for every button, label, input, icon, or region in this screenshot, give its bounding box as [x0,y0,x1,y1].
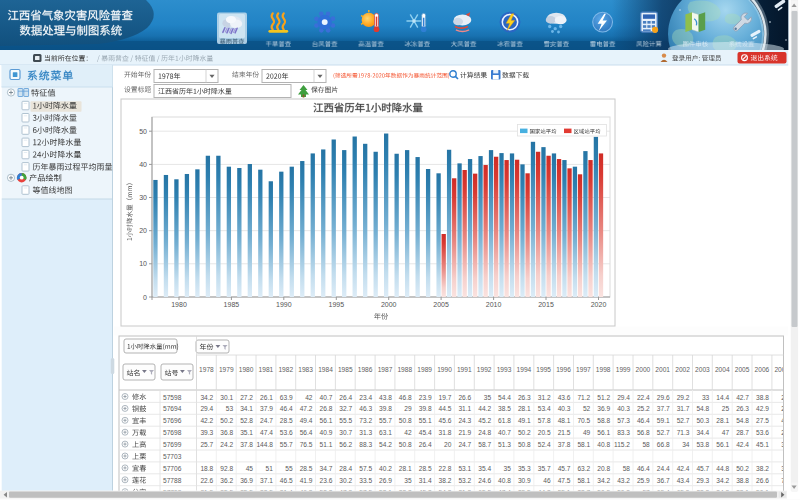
svg-text:28.5: 28.5 [300,465,313,472]
svg-text:36.9: 36.9 [240,477,253,484]
svg-text:63.1: 63.1 [379,429,392,436]
svg-text:24.7: 24.7 [458,441,471,448]
svg-text:45.4: 45.4 [419,429,432,436]
svg-text:30: 30 [139,194,147,201]
svg-text:39.3: 39.3 [200,429,213,436]
svg-text:46.4: 46.4 [637,465,650,472]
svg-text:54.4: 54.4 [498,394,511,401]
svg-text:50.2: 50.2 [220,417,233,424]
svg-text:35.1: 35.1 [240,429,253,436]
svg-text:24.2: 24.2 [220,441,233,448]
svg-text:50.3: 50.3 [696,417,709,424]
svg-text:88.3: 88.3 [359,441,372,448]
svg-text:58.8: 58.8 [597,417,610,424]
svg-text:57698: 57698 [163,429,182,436]
svg-text:58.1: 58.1 [577,441,590,448]
svg-text:73.2: 73.2 [359,417,372,424]
svg-text:2000: 2000 [381,301,397,308]
svg-text:50: 50 [139,128,147,135]
svg-text:18.8: 18.8 [200,465,213,472]
svg-text:56.1: 56.1 [320,417,333,424]
svg-text:92.8: 92.8 [220,465,233,472]
svg-text:24.4: 24.4 [657,465,670,472]
svg-text:45.7: 45.7 [558,465,571,472]
svg-text:50.8: 50.8 [518,441,531,448]
svg-text:1982: 1982 [278,366,293,373]
svg-text:29.2: 29.2 [677,394,690,401]
svg-text:47.4: 47.4 [260,429,273,436]
svg-text:24.6: 24.6 [478,477,491,484]
svg-text:1978: 1978 [199,366,214,373]
svg-text:46.4: 46.4 [637,417,650,424]
svg-text:57788: 57788 [163,477,182,484]
svg-text:57696: 57696 [163,417,182,424]
svg-text:31.7: 31.7 [677,405,690,412]
svg-text:37.8: 37.8 [558,441,571,448]
svg-text:56.8: 56.8 [637,429,650,436]
svg-text:36.9: 36.9 [597,405,610,412]
svg-text:76.5: 76.5 [300,441,313,448]
svg-text:43.2: 43.2 [617,477,630,484]
svg-text:57706: 57706 [163,465,182,472]
svg-text:1979: 1979 [219,366,234,373]
svg-text:45: 45 [246,465,254,472]
svg-text:34.7: 34.7 [320,465,333,472]
svg-text:56.1: 56.1 [597,429,610,436]
svg-text:52.4: 52.4 [538,441,551,448]
svg-text:54.2: 54.2 [379,441,392,448]
svg-text:50.8: 50.8 [399,441,412,448]
svg-text:30.2: 30.2 [339,477,352,484]
svg-text:47.2: 47.2 [300,405,313,412]
svg-text:29.6: 29.6 [657,394,670,401]
svg-text:1980: 1980 [171,301,187,308]
svg-text:1998: 1998 [596,366,611,373]
svg-text:28.5: 28.5 [419,465,432,472]
svg-text:1993: 1993 [497,366,512,373]
svg-text:1985: 1985 [224,301,240,308]
svg-text:35: 35 [404,477,412,484]
svg-text:40.9: 40.9 [320,429,333,436]
svg-text:1996: 1996 [556,366,571,373]
svg-text:40.7: 40.7 [498,429,511,436]
svg-text:33: 33 [702,394,710,401]
svg-text:38.8: 38.8 [756,394,769,401]
svg-text:28.1: 28.1 [716,417,729,424]
svg-text:1994: 1994 [517,366,532,373]
svg-text:44.8: 44.8 [716,465,729,472]
svg-text:35.3: 35.3 [518,465,531,472]
svg-text:37.7: 37.7 [657,405,670,412]
svg-text:50.2: 50.2 [518,429,531,436]
svg-text:42: 42 [404,429,412,436]
svg-text:44.2: 44.2 [478,405,491,412]
svg-text:27.5: 27.5 [756,417,769,424]
svg-text:24.8: 24.8 [478,429,491,436]
svg-text:34: 34 [682,441,690,448]
svg-text:35.7: 35.7 [538,465,551,472]
svg-text:115.2: 115.2 [614,441,630,448]
svg-text:14.4: 14.4 [716,394,729,401]
svg-text:53.4: 53.4 [538,405,551,412]
svg-text:36.2: 36.2 [220,477,233,484]
svg-text:55.7: 55.7 [379,417,392,424]
svg-text:38.5: 38.5 [498,405,511,412]
svg-text:20.5: 20.5 [538,429,551,436]
svg-text:46.8: 46.8 [399,394,412,401]
svg-text:1983: 1983 [298,366,313,373]
svg-text:24.7: 24.7 [260,417,273,424]
svg-text:59.1: 59.1 [657,417,670,424]
svg-text:54.8: 54.8 [696,405,709,412]
svg-text:1992: 1992 [477,366,492,373]
svg-text:1980: 1980 [239,366,254,373]
svg-text:23.4: 23.4 [359,394,372,401]
svg-text:58: 58 [642,441,650,448]
svg-text:26.6: 26.6 [756,477,769,484]
svg-text:25.2: 25.2 [637,405,650,412]
svg-text:28.1: 28.1 [399,465,412,472]
svg-text:51.1: 51.1 [320,441,333,448]
svg-text:32.7: 32.7 [339,405,352,412]
svg-text:29.4: 29.4 [617,394,630,401]
svg-text:58.7: 58.7 [478,441,491,448]
svg-text:21.9: 21.9 [458,429,471,436]
svg-text:42.2: 42.2 [200,417,213,424]
svg-text:27.2: 27.2 [240,394,253,401]
